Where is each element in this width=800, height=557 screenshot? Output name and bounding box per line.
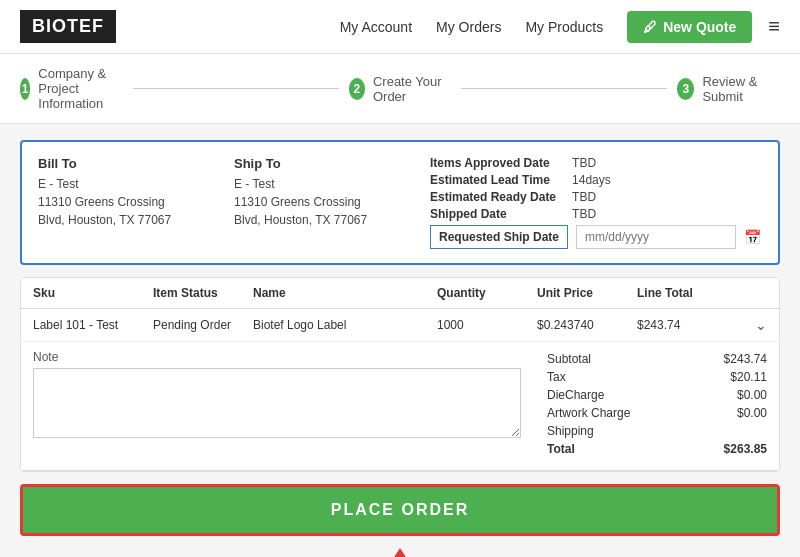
table-header: Sku Item Status Name Quantity Unit Price… bbox=[21, 278, 779, 309]
order-meta-block: Items Approved Date TBD Estimated Lead T… bbox=[430, 156, 761, 249]
bill-to-title: Bill To bbox=[38, 156, 178, 171]
col-unit-price: Unit Price bbox=[537, 286, 637, 300]
nav-my-products[interactable]: My Products bbox=[525, 19, 603, 35]
new-quote-button[interactable]: 🖊 New Quote bbox=[627, 11, 752, 43]
step-3-label: Review & Submit bbox=[702, 74, 780, 104]
new-quote-label: New Quote bbox=[663, 19, 736, 35]
cell-status: Pending Order bbox=[153, 318, 253, 332]
table-row: Label 101 - Test Pending Order Biotef Lo… bbox=[21, 309, 779, 342]
lead-time-value: 14days bbox=[572, 173, 761, 187]
order-table: Sku Item Status Name Quantity Unit Price… bbox=[20, 277, 780, 472]
order-info-grid: Items Approved Date TBD Estimated Lead T… bbox=[430, 156, 761, 221]
ship-to-line1: E - Test bbox=[234, 175, 374, 193]
total-value: $263.85 bbox=[724, 442, 767, 456]
ready-date-label: Estimated Ready Date bbox=[430, 190, 556, 204]
note-label: Note bbox=[33, 350, 547, 364]
ship-date-row: Requested Ship Date 📅 bbox=[430, 225, 761, 249]
info-card: Bill To E - Test 11310 Greens Crossing B… bbox=[20, 140, 780, 265]
shipped-date-value: TBD bbox=[572, 207, 761, 221]
steps-bar: 1 Company & Project Information 2 Create… bbox=[0, 54, 800, 124]
arrow-up-icon bbox=[382, 548, 418, 557]
nav: My Account My Orders My Products bbox=[340, 19, 604, 35]
cell-unit-price: $0.243740 bbox=[537, 318, 637, 332]
tax-row: Tax $20.11 bbox=[547, 368, 767, 386]
bottom-section: Note Subtotal $243.74 Tax $20.11 DieChar… bbox=[21, 342, 779, 471]
place-order-button[interactable]: PLACE ORDER bbox=[20, 484, 780, 536]
tax-value: $20.11 bbox=[730, 370, 767, 384]
step-1-label: Company & Project Information bbox=[38, 66, 123, 111]
logo: BIOTEF bbox=[20, 10, 116, 43]
lead-time-label: Estimated Lead Time bbox=[430, 173, 556, 187]
die-charge-label: DieCharge bbox=[547, 388, 604, 402]
arrow-section bbox=[20, 544, 780, 557]
cell-sku: Label 101 - Test bbox=[33, 318, 153, 332]
step-divider-2 bbox=[461, 88, 667, 89]
bill-to-line1: E - Test bbox=[38, 175, 178, 193]
artwork-value: $0.00 bbox=[737, 406, 767, 420]
bill-to-line2: 11310 Greens Crossing bbox=[38, 193, 178, 211]
note-textarea[interactable] bbox=[33, 368, 521, 438]
nav-my-orders[interactable]: My Orders bbox=[436, 19, 501, 35]
col-status: Item Status bbox=[153, 286, 253, 300]
shipping-row: Shipping bbox=[547, 422, 767, 440]
ship-to-title: Ship To bbox=[234, 156, 374, 171]
bill-to-block: Bill To E - Test 11310 Greens Crossing B… bbox=[38, 156, 178, 249]
requested-ship-label: Requested Ship Date bbox=[430, 225, 568, 249]
step-2-label: Create Your Order bbox=[373, 74, 452, 104]
tax-label: Tax bbox=[547, 370, 566, 384]
col-name: Name bbox=[253, 286, 437, 300]
shipped-date-label: Shipped Date bbox=[430, 207, 556, 221]
die-charge-row: DieCharge $0.00 bbox=[547, 386, 767, 404]
note-area: Note bbox=[33, 350, 547, 458]
ship-to-line3: Blvd, Houston, TX 77067 bbox=[234, 211, 374, 229]
totals-block: Subtotal $243.74 Tax $20.11 DieCharge $0… bbox=[547, 350, 767, 458]
bill-to-line3: Blvd, Houston, TX 77067 bbox=[38, 211, 178, 229]
shipping-label: Shipping bbox=[547, 424, 594, 438]
ready-date-value: TBD bbox=[572, 190, 761, 204]
calendar-icon[interactable]: 📅 bbox=[744, 229, 761, 245]
step-2-num: 2 bbox=[349, 78, 365, 100]
col-expand bbox=[737, 286, 767, 300]
step-1: 1 Company & Project Information bbox=[20, 66, 123, 111]
step-3: 3 Review & Submit bbox=[677, 74, 780, 104]
subtotal-row: Subtotal $243.74 bbox=[547, 350, 767, 368]
ship-to-block: Ship To E - Test 11310 Greens Crossing B… bbox=[234, 156, 374, 249]
main-content: Bill To E - Test 11310 Greens Crossing B… bbox=[0, 124, 800, 557]
cell-quantity: 1000 bbox=[437, 318, 537, 332]
total-row: Total $263.85 bbox=[547, 440, 767, 458]
step-3-num: 3 bbox=[677, 78, 694, 100]
subtotal-label: Subtotal bbox=[547, 352, 591, 366]
die-charge-value: $0.00 bbox=[737, 388, 767, 402]
step-divider-1 bbox=[133, 88, 339, 89]
expand-row-icon[interactable]: ⌄ bbox=[737, 317, 767, 333]
col-sku: Sku bbox=[33, 286, 153, 300]
cell-line-total: $243.74 bbox=[637, 318, 737, 332]
requested-ship-input[interactable] bbox=[576, 225, 736, 249]
cell-name: Biotef Logo Label bbox=[253, 318, 437, 332]
col-line-total: Line Total bbox=[637, 286, 737, 300]
header: BIOTEF My Account My Orders My Products … bbox=[0, 0, 800, 54]
step-1-num: 1 bbox=[20, 78, 30, 100]
subtotal-value: $243.74 bbox=[724, 352, 767, 366]
items-approved-label: Items Approved Date bbox=[430, 156, 556, 170]
hamburger-icon[interactable]: ≡ bbox=[768, 15, 780, 38]
nav-my-account[interactable]: My Account bbox=[340, 19, 412, 35]
artwork-label: Artwork Charge bbox=[547, 406, 630, 420]
quote-icon: 🖊 bbox=[643, 19, 657, 35]
arrow-up-container bbox=[382, 548, 418, 557]
place-order-section: PLACE ORDER bbox=[20, 484, 780, 536]
step-2: 2 Create Your Order bbox=[349, 74, 452, 104]
col-quantity: Quantity bbox=[437, 286, 537, 300]
total-label: Total bbox=[547, 442, 575, 456]
artwork-row: Artwork Charge $0.00 bbox=[547, 404, 767, 422]
items-approved-value: TBD bbox=[572, 156, 761, 170]
ship-to-line2: 11310 Greens Crossing bbox=[234, 193, 374, 211]
